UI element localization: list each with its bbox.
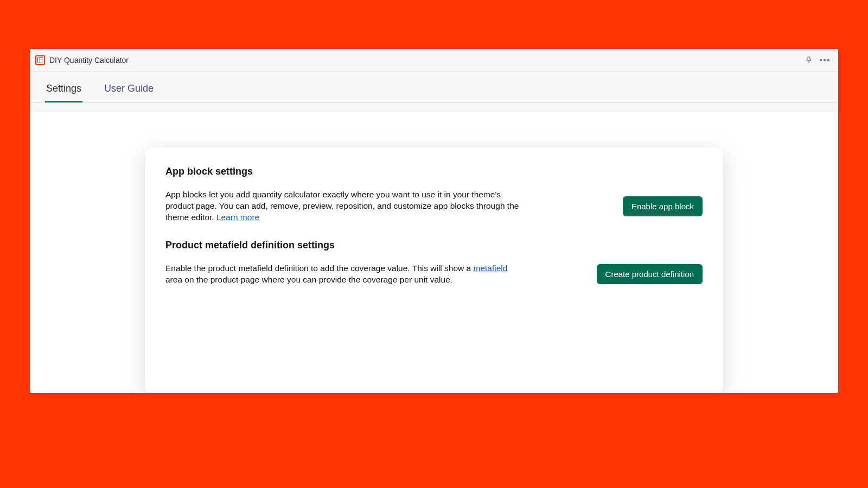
learn-more-link[interactable]: Learn more xyxy=(216,213,259,222)
pin-button[interactable] xyxy=(801,53,816,68)
enable-app-block-button[interactable]: Enable app block xyxy=(623,196,703,216)
app-block-settings-desc: App blocks let you add quantity calculat… xyxy=(165,189,524,223)
metafield-settings-row: Enable the product metafield definition … xyxy=(165,263,703,286)
more-button[interactable]: ••• xyxy=(818,53,833,68)
metafield-settings-title: Product metafield definition settings xyxy=(165,240,703,251)
app-title: DIY Quantity Calculator xyxy=(49,56,129,65)
app-window: DIY Quantity Calculator ••• Settings Use… xyxy=(30,49,838,393)
app-header: DIY Quantity Calculator ••• xyxy=(30,49,838,72)
settings-card: App block settings App blocks let you ad… xyxy=(145,147,723,393)
content-area: App block settings App blocks let you ad… xyxy=(30,111,838,393)
metafield-desc-pre: Enable the product metafield definition … xyxy=(165,264,474,273)
pin-icon xyxy=(805,56,813,65)
metafield-link[interactable]: metafield xyxy=(474,264,508,273)
tab-user-guide[interactable]: User Guide xyxy=(103,75,155,102)
tab-settings[interactable]: Settings xyxy=(45,75,82,102)
create-product-definition-button[interactable]: Create product definition xyxy=(597,264,703,284)
app-icon xyxy=(35,55,45,65)
more-icon: ••• xyxy=(820,56,831,64)
metafield-desc-post: area on the product page where you can p… xyxy=(165,275,452,284)
metafield-settings-desc: Enable the product metafield definition … xyxy=(165,263,524,286)
tabs: Settings User Guide xyxy=(30,72,838,103)
app-block-settings-title: App block settings xyxy=(165,166,703,177)
app-block-settings-row: App blocks let you add quantity calculat… xyxy=(165,189,703,223)
